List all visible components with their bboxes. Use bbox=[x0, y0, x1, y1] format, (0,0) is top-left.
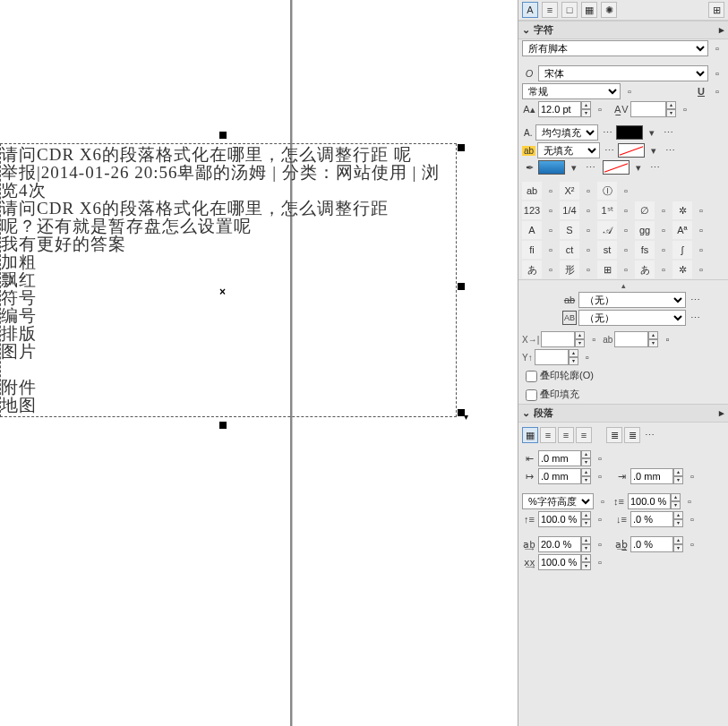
bg-color-swatch[interactable] bbox=[618, 143, 645, 158]
kerning-icon[interactable]: A̲V bbox=[614, 102, 629, 116]
space-before-input[interactable]: ▴▾ bbox=[538, 511, 591, 527]
strike-select[interactable]: （无） bbox=[578, 292, 686, 308]
cjk-vert-icon[interactable]: ⊞ bbox=[597, 261, 617, 278]
position-icon[interactable]: Ⓘ bbox=[597, 182, 617, 200]
swash-icon[interactable]: ✲ bbox=[672, 201, 692, 219]
tab-frame-icon[interactable]: □ bbox=[561, 2, 578, 18]
font-style-select[interactable]: 常规 bbox=[522, 83, 621, 99]
tab-paragraph-icon[interactable]: ≡ bbox=[542, 2, 558, 18]
underline-icon[interactable]: U bbox=[694, 84, 708, 98]
more-icon[interactable]: ▫ bbox=[593, 102, 607, 116]
fill-color-swatch[interactable] bbox=[616, 125, 643, 140]
section-paragraph[interactable]: ⌄ 段落 ▸ bbox=[518, 404, 728, 423]
more-icon[interactable]: ▫ bbox=[622, 84, 637, 98]
more-icon[interactable]: ▫ bbox=[587, 332, 601, 346]
more-icon[interactable]: ⋯ bbox=[583, 160, 597, 175]
more-icon[interactable]: ▫ bbox=[593, 451, 607, 465]
outline-color-swatch[interactable] bbox=[603, 160, 630, 175]
allcaps-icon[interactable]: A bbox=[522, 221, 542, 239]
stylistic-ct-icon[interactable]: ct bbox=[560, 241, 579, 259]
more-icon[interactable]: ▫ bbox=[593, 512, 607, 526]
strikethrough-icon[interactable]: ab bbox=[522, 182, 542, 200]
line-mode-select[interactable]: %字符高度 bbox=[522, 493, 594, 509]
align-none-icon[interactable]: ▦ bbox=[522, 427, 538, 443]
more-icon[interactable]: ▫ bbox=[580, 350, 595, 364]
yoffset-input[interactable]: ▴▾ bbox=[535, 349, 578, 365]
more-icon[interactable]: ▫ bbox=[678, 102, 692, 116]
more-icon[interactable]: ▫ bbox=[682, 494, 697, 508]
script-select[interactable]: 所有脚本 bbox=[522, 40, 708, 56]
tab-columns-icon[interactable]: ▦ bbox=[581, 2, 597, 18]
overprint-fill-check[interactable]: 叠印填充 bbox=[526, 389, 579, 399]
more-icon[interactable]: ▫ bbox=[581, 184, 595, 198]
more-icon[interactable]: ▫ bbox=[685, 512, 699, 526]
handle-top-center[interactable] bbox=[219, 132, 227, 139]
tab-effects-icon[interactable]: ✺ bbox=[601, 2, 617, 18]
more-icon[interactable]: ▫ bbox=[593, 537, 607, 551]
more-icon[interactable]: ▫ bbox=[593, 469, 607, 483]
font-family-select[interactable]: 宋体 bbox=[538, 65, 708, 81]
char-spacing-input[interactable]: ▴▾ bbox=[538, 536, 591, 552]
space-after-input[interactable]: ▴▾ bbox=[630, 511, 683, 527]
swash-a-icon[interactable]: 𝒜 bbox=[597, 221, 617, 239]
xoffset-input[interactable]: ▴▾ bbox=[541, 331, 585, 347]
dropdown-icon[interactable]: ▾ bbox=[631, 160, 646, 175]
line-height-input[interactable]: ▴▾ bbox=[628, 493, 681, 509]
more-icon[interactable]: ▫ bbox=[544, 184, 558, 198]
text-content[interactable]: 请问CDR X6的段落格式化在哪里，怎么调整行距 呢 举报|2014-01-26… bbox=[1, 146, 456, 414]
ordinal-icon[interactable]: 1ˢᵗ bbox=[597, 201, 617, 219]
more-icon[interactable]: ▫ bbox=[593, 555, 607, 569]
tab-character-icon[interactable]: A bbox=[522, 2, 538, 18]
more-icon[interactable]: ▫ bbox=[710, 41, 724, 56]
section-menu-icon[interactable]: ▸ bbox=[719, 407, 724, 419]
dropdown-icon[interactable]: ▾ bbox=[645, 125, 659, 140]
indent-left-input[interactable]: ▴▾ bbox=[538, 450, 591, 466]
handle-right-bottom[interactable] bbox=[458, 409, 465, 416]
cjk-comb-icon[interactable]: ✲ bbox=[672, 261, 692, 278]
superscript-icon[interactable]: X² bbox=[560, 182, 579, 200]
more-icon[interactable]: ▫ bbox=[660, 332, 674, 346]
dropdown-icon[interactable]: ▾ bbox=[647, 143, 661, 158]
more-icon[interactable]: ⋯ bbox=[600, 125, 614, 140]
more-icon[interactable]: ▫ bbox=[619, 184, 633, 198]
more-icon[interactable]: ⋯ bbox=[642, 428, 656, 442]
numerals-icon[interactable]: 123 bbox=[522, 201, 542, 219]
fill-type-select[interactable]: 均匀填充 bbox=[535, 124, 598, 141]
selected-text-frame[interactable]: × 请问CDR X6的段落格式化在哪里，怎么调整行距 呢 举报|2014-01-… bbox=[0, 143, 457, 417]
panel-menu-icon[interactable]: ⊞ bbox=[708, 2, 724, 18]
ab-input[interactable]: ▴▾ bbox=[614, 331, 658, 347]
indent-first-input[interactable]: ▴▾ bbox=[538, 468, 591, 484]
overprint-outline-check[interactable]: 叠印轮廓(O) bbox=[526, 370, 594, 380]
justify-left-icon[interactable]: ≣ bbox=[606, 427, 622, 443]
more-icon[interactable]: ⋯ bbox=[602, 143, 616, 158]
section-character[interactable]: ⌄ 字符 ▸ bbox=[518, 21, 728, 39]
handle-bottom-center[interactable] bbox=[219, 422, 227, 429]
more-icon[interactable]: ▫ bbox=[710, 66, 724, 81]
font-size-input[interactable]: ▴▾ bbox=[538, 101, 591, 117]
section-menu-icon[interactable]: ▸ bbox=[719, 24, 724, 36]
box-select[interactable]: （无） bbox=[578, 310, 686, 326]
lang-spacing-input[interactable]: ▴▾ bbox=[538, 554, 591, 570]
contextual-icon[interactable]: Aª bbox=[672, 221, 692, 239]
more-icon[interactable]: ⋯ bbox=[688, 293, 702, 307]
more-icon[interactable]: ▫ bbox=[710, 84, 724, 98]
more-icon[interactable]: ▫ bbox=[685, 469, 699, 483]
more-icon[interactable]: ⋯ bbox=[688, 311, 702, 325]
handle-right-middle[interactable] bbox=[458, 283, 465, 290]
stylistic-fs-icon[interactable]: fs bbox=[635, 241, 655, 259]
more-icon[interactable]: ⋯ bbox=[663, 143, 677, 158]
stylistic-fi-icon[interactable]: fi bbox=[522, 241, 542, 259]
ligature-icon[interactable]: gg bbox=[635, 221, 655, 239]
indent-right-input[interactable]: ▴▾ bbox=[630, 468, 683, 484]
outline-width-swatch[interactable] bbox=[538, 160, 565, 175]
word-spacing-input[interactable]: ▴▾ bbox=[630, 536, 683, 552]
align-left-icon[interactable]: ≡ bbox=[540, 427, 556, 443]
canvas-area[interactable]: × 请问CDR X6的段落格式化在哪里，怎么调整行距 呢 举报|2014-01-… bbox=[0, 0, 518, 726]
stylistic-st-icon[interactable]: st bbox=[597, 241, 617, 259]
cjk-shape-icon[interactable]: 形 bbox=[560, 261, 579, 278]
more-icon[interactable]: ▫ bbox=[685, 537, 699, 551]
dropdown-icon[interactable]: ▾ bbox=[567, 160, 581, 175]
handle-right-top[interactable] bbox=[458, 144, 465, 151]
slashed-zero-icon[interactable]: ∅ bbox=[635, 201, 655, 219]
kerning-input[interactable]: ▴▾ bbox=[630, 101, 676, 117]
